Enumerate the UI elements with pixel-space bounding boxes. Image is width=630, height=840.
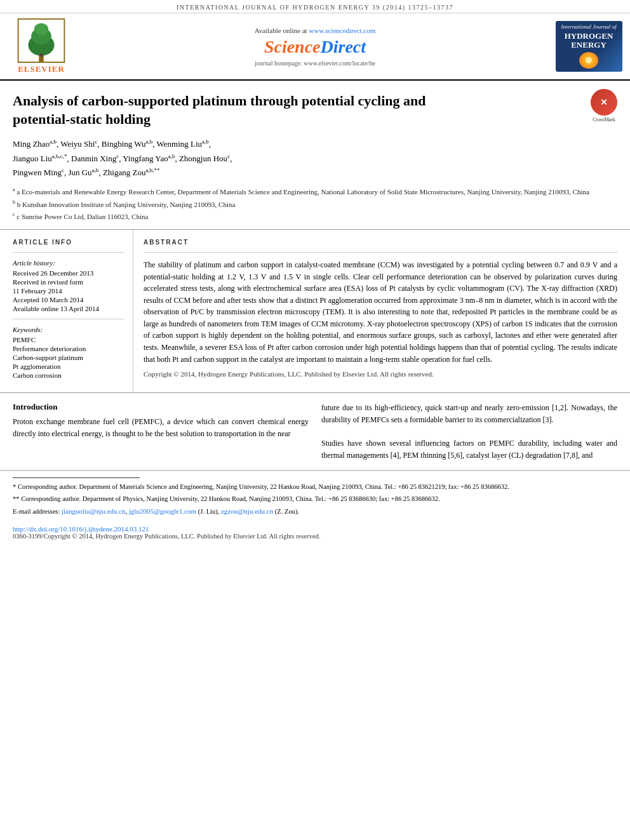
divider-2 <box>13 319 124 319</box>
doi-link[interactable]: http://dx.doi.org/10.1016/j.ijhydene.201… <box>13 525 149 533</box>
title-section: Analysis of carbon-supported platinum th… <box>0 81 630 230</box>
elsevier-tree-icon <box>16 18 67 63</box>
footnote-star2: ** Corresponding author. Department of P… <box>13 494 617 504</box>
footnotes-section: * Corresponding author. Department of Ma… <box>0 470 630 522</box>
divider-1 <box>13 252 124 253</box>
authors-list: Ming Zhaoa,b, Weiyu Shic, Bingbing Wua,b… <box>13 137 617 180</box>
journal-logo-box: International Journal of HYDROGENENERGY <box>554 18 624 74</box>
article-history-label: Article history: <box>13 259 124 267</box>
bottom-section: http://dx.doi.org/10.1016/j.ijhydene.201… <box>0 523 630 543</box>
journal-homepage-text: journal homepage: www.elsevier.com/locat… <box>255 60 375 67</box>
journal-citation: INTERNATIONAL JOURNAL OF HYDROGEN ENERGY… <box>177 4 453 11</box>
footnote-divider <box>13 477 140 478</box>
introduction-title: Introduction <box>13 402 309 412</box>
keyword-4: Pt agglomeration <box>13 363 124 370</box>
affiliation-a: a a Eco-materials and Renewable Energy R… <box>13 186 617 197</box>
elsevier-logo: ELSEVIER <box>6 18 76 74</box>
intro-left-column: Introduction Proton exchange membrane fu… <box>13 402 309 461</box>
keywords-section: Keywords: PEMFC Performance deterioratio… <box>13 326 124 379</box>
sciencedirect-url[interactable]: www.sciencedirect.com <box>309 27 375 34</box>
keyword-5: Carbon corrosion <box>13 371 124 379</box>
journal-logo: International Journal of HYDROGENENERGY <box>556 21 622 72</box>
affiliation-b: b b Kunshan Innovation Institute of Nanj… <box>13 199 617 210</box>
abstract-text: The stability of platinum and carbon sup… <box>144 259 617 380</box>
svg-point-4 <box>39 53 43 57</box>
elsevier-label: ELSEVIER <box>18 64 65 74</box>
intro-right-column: future due to its high-efficiency, quick… <box>321 402 617 461</box>
divider-3 <box>144 252 617 253</box>
affiliations-list: a a Eco-materials and Renewable Energy R… <box>13 186 617 221</box>
available-online-date: Available online 13 April 2014 <box>13 305 124 312</box>
article-title: Analysis of carbon-supported platinum th… <box>13 92 470 128</box>
journal-header: ELSEVIER Available online at www.science… <box>0 13 630 81</box>
article-info-header: ARTICLE INFO <box>13 239 124 246</box>
introduction-section: Introduction Proton exchange membrane fu… <box>0 393 630 470</box>
abstract-copyright: Copyright © 2014, Hydrogen Energy Public… <box>144 369 617 380</box>
crossmark-icon: ✕ <box>591 89 617 116</box>
article-info-panel: ARTICLE INFO Article history: Received 2… <box>0 230 133 392</box>
sciencedirect-brand: ScienceDirect <box>264 37 366 57</box>
revised-date: 11 February 2014 <box>13 287 124 295</box>
email-link-2[interactable]: jglu2005@google1.com <box>129 507 196 515</box>
header-center: Available online at www.sciencedirect.co… <box>83 18 547 74</box>
journal-logo-text: International Journal of <box>561 24 617 30</box>
accepted-date: Accepted 10 March 2014 <box>13 296 124 303</box>
bottom-copyright-text: 0360-3199/Copyright © 2014, Hydrogen Ene… <box>13 533 617 540</box>
keywords-label: Keywords: <box>13 326 124 333</box>
footnote-email: E-mail addresses: jianguoliu@nju.edu.cn,… <box>13 506 617 517</box>
email-link-3[interactable]: zgzou@nju.edu.cn <box>221 507 273 515</box>
affiliation-c: c c Sunrise Power Co Ltd, Dalian 116023,… <box>13 211 617 222</box>
intro-left-text: Proton exchange membrane fuel cell (PEMF… <box>13 416 309 439</box>
keyword-3: Carbon-support platinum <box>13 354 124 361</box>
info-abstract-section: ARTICLE INFO Article history: Received 2… <box>0 230 630 393</box>
abstract-panel: ABSTRACT The stability of platinum and c… <box>133 230 630 392</box>
footnote-star1: * Corresponding author. Department of Ma… <box>13 482 617 492</box>
keyword-2: Performance deterioration <box>13 345 124 352</box>
intro-right-text: future due to its high-efficiency, quick… <box>321 402 617 461</box>
received-date: Received 26 December 2013 <box>13 269 124 277</box>
email-link-1[interactable]: jianguoliu@nju.edu.cn <box>62 507 126 515</box>
abstract-header: ABSTRACT <box>144 239 617 246</box>
journal-header-bar: INTERNATIONAL JOURNAL OF HYDROGEN ENERGY… <box>0 0 630 13</box>
journal-logo-title: HYDROGENENERGY <box>565 32 613 50</box>
crossmark-badge-container: ✕ CrossMark <box>591 89 617 123</box>
keyword-1: PEMFC <box>13 336 124 343</box>
available-online-text: Available online at www.sciencedirect.co… <box>255 27 376 34</box>
svg-point-3 <box>34 23 48 35</box>
revised-label: Received in revised form <box>13 278 124 286</box>
